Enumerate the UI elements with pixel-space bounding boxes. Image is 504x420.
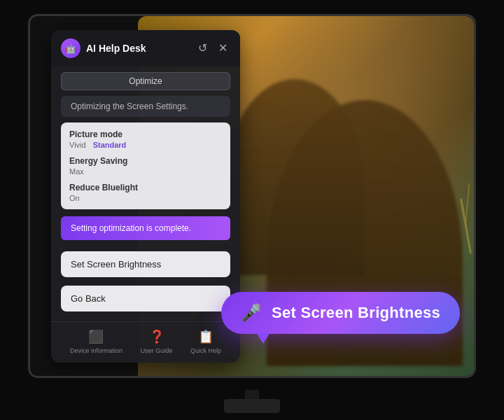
voice-command-bubble: 🎤 Set Screen Brightness [221, 292, 460, 334]
voice-command-text: Set Screen Brightness [272, 304, 440, 322]
tv-stand [224, 399, 280, 413]
bluelight-values: On [69, 194, 222, 202]
picture-mode-standard: Standard [93, 141, 127, 149]
tv-frame: 🤖 AI Help Desk ↺ ✕ Optimize Optimizing t… [28, 14, 476, 378]
set-brightness-button[interactable]: Set Screen Brightness [61, 251, 230, 277]
device-info-item[interactable]: ⬛ Device Information [70, 329, 122, 354]
microphone-icon: 🎤 [241, 303, 262, 323]
quick-help-label: Quick Help [190, 347, 221, 354]
picture-mode-label: Picture mode [69, 130, 222, 139]
completion-bar: Setting optimization is complete. [61, 216, 230, 240]
user-guide-label: User Guide [141, 347, 173, 354]
energy-saving-values: Max [69, 167, 222, 176]
status-text: Optimizing the Screen Settings. [71, 102, 188, 111]
refresh-button[interactable]: ↺ [195, 41, 210, 55]
picture-mode-values: Vivid Standard [69, 141, 222, 149]
bluelight-label: Reduce Bluelight [69, 183, 222, 192]
energy-saving-label: Energy Saving [69, 156, 222, 166]
energy-saving-item: Energy Saving Max [69, 156, 222, 176]
bluelight-item: Reduce Bluelight On [69, 183, 222, 202]
user-guide-item[interactable]: ❓ User Guide [141, 329, 173, 354]
picture-mode-item: Picture mode Vivid Standard [69, 130, 222, 149]
completion-text: Setting optimization is complete. [71, 223, 191, 233]
bluelight-value: On [69, 194, 80, 202]
close-button[interactable]: ✕ [216, 41, 230, 55]
status-bar: Optimizing the Screen Settings. [61, 96, 230, 117]
panel-title: AI Help Desk [86, 43, 146, 54]
device-info-icon: ⬛ [88, 329, 104, 344]
go-back-button[interactable]: Go Back [61, 286, 230, 312]
help-desk-panel: 🤖 AI Help Desk ↺ ✕ Optimize Optimizing t… [51, 30, 240, 363]
panel-header: 🤖 AI Help Desk ↺ ✕ [51, 30, 240, 66]
ai-icon: 🤖 [61, 38, 80, 58]
quick-help-item[interactable]: 📋 Quick Help [190, 329, 221, 354]
device-info-label: Device Information [70, 347, 122, 354]
panel-controls: ↺ ✕ [195, 41, 230, 55]
user-guide-icon: ❓ [149, 329, 164, 344]
panel-footer: ⬛ Device Information ❓ User Guide 📋 Quic… [51, 321, 240, 363]
settings-card: Picture mode Vivid Standard Energy Savin… [61, 122, 230, 209]
optimize-button[interactable]: Optimize [61, 72, 230, 90]
energy-saving-value: Max [69, 167, 84, 176]
panel-header-left: 🤖 AI Help Desk [61, 38, 146, 58]
quick-help-icon: 📋 [198, 329, 214, 344]
picture-mode-vivid: Vivid [69, 141, 86, 149]
